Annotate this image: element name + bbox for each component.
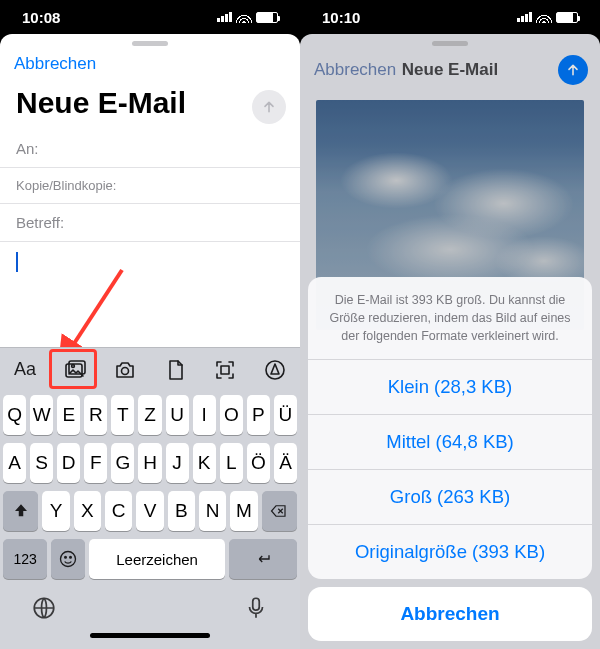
key-u[interactable]: U — [166, 395, 189, 435]
key-x[interactable]: X — [74, 491, 101, 531]
mic-icon — [243, 595, 269, 621]
key-row-3: Y X C V B N M — [3, 491, 297, 531]
attach-file-button[interactable] — [153, 352, 197, 388]
backspace-key[interactable] — [262, 491, 297, 531]
shift-icon — [12, 502, 30, 520]
key-w[interactable]: W — [30, 395, 53, 435]
send-button[interactable] — [252, 90, 286, 124]
key-a[interactable]: A — [3, 443, 26, 483]
camera-icon — [113, 358, 137, 382]
shift-key[interactable] — [3, 491, 38, 531]
markup-button[interactable] — [253, 352, 297, 388]
battery-icon — [556, 12, 578, 23]
cancel-button[interactable]: Abbrechen — [14, 54, 96, 74]
key-b[interactable]: B — [168, 491, 195, 531]
status-time: 10:08 — [22, 9, 60, 26]
status-icons — [217, 11, 278, 23]
key-s[interactable]: S — [30, 443, 53, 483]
globe-key[interactable] — [31, 595, 57, 625]
photo-icon — [63, 358, 87, 382]
action-sheet-cancel[interactable]: Abbrechen — [308, 587, 592, 641]
svg-point-9 — [70, 557, 72, 559]
key-y[interactable]: Y — [42, 491, 69, 531]
status-bar: 10:08 — [0, 0, 300, 34]
key-o[interactable]: O — [220, 395, 243, 435]
space-key[interactable]: Leerzeichen — [89, 539, 225, 579]
size-option-original[interactable]: Originalgröße (393 KB) — [308, 525, 592, 579]
phone-right: 10:10 Abbrechen Neue E-Mail Die E-Mail i… — [300, 0, 600, 649]
key-l[interactable]: L — [220, 443, 243, 483]
camera-button[interactable] — [103, 352, 147, 388]
page-title: Neue E-Mail — [0, 84, 202, 130]
key-t[interactable]: T — [111, 395, 134, 435]
status-time: 10:10 — [322, 9, 360, 26]
signal-icon — [217, 12, 232, 22]
subject-field[interactable]: Betreff: — [0, 204, 300, 242]
svg-point-4 — [122, 367, 129, 374]
cc-bcc-field[interactable]: Kopie/Blindkopie: — [0, 168, 300, 204]
numbers-key[interactable]: 123 — [3, 539, 47, 579]
key-d[interactable]: D — [57, 443, 80, 483]
format-aa-button[interactable]: Aa — [3, 352, 47, 388]
return-key[interactable] — [229, 539, 297, 579]
key-n[interactable]: N — [199, 491, 226, 531]
key-oe[interactable]: Ö — [247, 443, 270, 483]
size-option-large[interactable]: Groß (263 KB) — [308, 470, 592, 525]
emoji-icon — [58, 549, 78, 569]
scan-button[interactable] — [203, 352, 247, 388]
resize-action-sheet: Die E-Mail ist 393 KB groß. Du kannst di… — [308, 277, 592, 641]
wifi-icon — [236, 11, 252, 23]
document-icon — [163, 358, 187, 382]
key-j[interactable]: J — [166, 443, 189, 483]
key-e[interactable]: E — [57, 395, 80, 435]
keyboard-soft-row — [3, 587, 297, 627]
svg-point-8 — [65, 557, 67, 559]
keyboard: Q W E R T Z U I O P Ü A S D F G — [0, 391, 300, 649]
svg-rect-5 — [221, 366, 229, 374]
key-c[interactable]: C — [105, 491, 132, 531]
scan-icon — [213, 358, 237, 382]
key-row-2: A S D F G H J K L Ö Ä — [3, 443, 297, 483]
to-field[interactable]: An: — [0, 130, 300, 168]
key-r[interactable]: R — [84, 395, 107, 435]
phone-left: 10:08 Abbrechen Neue E-Mail An: Kopie/Bl… — [0, 0, 300, 649]
key-h[interactable]: H — [138, 443, 161, 483]
key-g[interactable]: G — [111, 443, 134, 483]
emoji-key[interactable] — [51, 539, 85, 579]
sheet-grabber[interactable] — [132, 41, 168, 46]
globe-icon — [31, 595, 57, 621]
key-k[interactable]: K — [193, 443, 216, 483]
keyboard-toolbar: Aa — [0, 347, 300, 391]
svg-point-7 — [61, 552, 76, 567]
arrow-up-icon — [261, 99, 277, 115]
status-icons — [517, 11, 578, 23]
compose-sheet-dimmed: Abbrechen Neue E-Mail Die E-Mail ist 393… — [300, 34, 600, 649]
key-row-bottom: 123 Leerzeichen — [3, 539, 297, 579]
compose-sheet: Abbrechen Neue E-Mail An: Kopie/Blindkop… — [0, 34, 300, 649]
key-row-1: Q W E R T Z U I O P Ü — [3, 395, 297, 435]
key-m[interactable]: M — [230, 491, 257, 531]
key-ue[interactable]: Ü — [274, 395, 297, 435]
key-q[interactable]: Q — [3, 395, 26, 435]
insert-photo-button[interactable] — [53, 352, 97, 388]
signal-icon — [517, 12, 532, 22]
key-f[interactable]: F — [84, 443, 107, 483]
status-bar: 10:10 — [300, 0, 600, 34]
svg-rect-11 — [253, 598, 260, 610]
key-p[interactable]: P — [247, 395, 270, 435]
key-z[interactable]: Z — [138, 395, 161, 435]
dictation-key[interactable] — [243, 595, 269, 625]
action-sheet-message: Die E-Mail ist 393 KB groß. Du kannst di… — [308, 277, 592, 360]
size-option-small[interactable]: Klein (28,3 KB) — [308, 360, 592, 415]
text-cursor — [16, 252, 18, 272]
body-textarea[interactable] — [0, 242, 300, 322]
home-indicator[interactable] — [90, 633, 210, 638]
backspace-icon — [268, 502, 290, 520]
key-ae[interactable]: Ä — [274, 443, 297, 483]
key-i[interactable]: I — [193, 395, 216, 435]
key-v[interactable]: V — [136, 491, 163, 531]
size-option-medium[interactable]: Mittel (64,8 KB) — [308, 415, 592, 470]
markup-icon — [263, 358, 287, 382]
svg-point-3 — [72, 364, 75, 367]
return-icon — [252, 550, 274, 568]
